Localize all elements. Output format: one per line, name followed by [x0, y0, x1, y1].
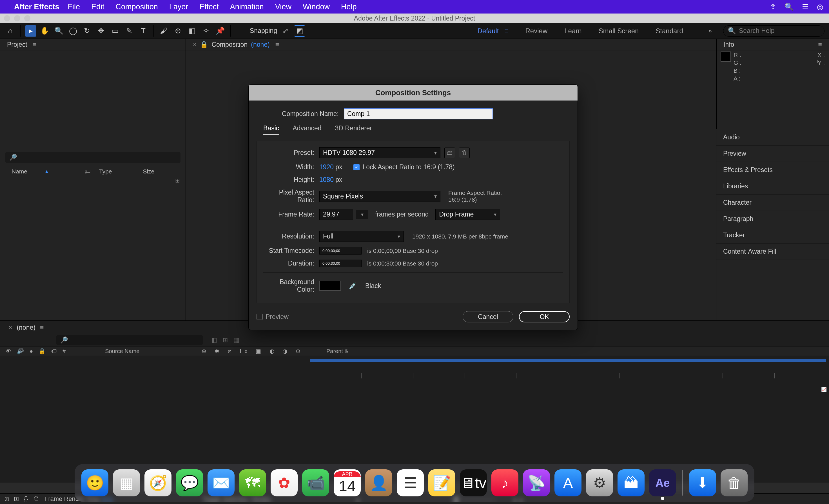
menu-file[interactable]: File: [68, 3, 80, 11]
dock-music-icon[interactable]: ♪: [491, 469, 518, 496]
clone-tool-icon[interactable]: ⊕: [172, 25, 184, 37]
dock-preview-icon[interactable]: 🏔: [617, 469, 645, 496]
timeline-graph-icon[interactable]: 📈: [821, 387, 827, 392]
dock-reminders-icon[interactable]: ☰: [397, 469, 424, 496]
close-icon[interactable]: ×: [193, 41, 196, 48]
timeline-filter2-icon[interactable]: ⊞: [223, 336, 228, 344]
dock-podcasts-icon[interactable]: 📡: [523, 469, 550, 496]
composition-panel-tab[interactable]: × 🔒 Composition (none) ≡: [186, 39, 716, 50]
panbehind-tool-icon[interactable]: ✥: [96, 25, 107, 37]
snapping-checkbox[interactable]: [241, 28, 247, 34]
col-name[interactable]: Name: [11, 168, 27, 175]
info-panel-menu-icon[interactable]: ≡: [818, 41, 822, 48]
search-help-input[interactable]: [739, 27, 820, 35]
par-select[interactable]: Square Pixels ▾: [319, 191, 440, 202]
dock-contacts-icon[interactable]: 👤: [365, 469, 392, 496]
pen-tool-icon[interactable]: ✎: [123, 25, 135, 37]
col-size[interactable]: Size: [143, 168, 154, 175]
dock-messages-icon[interactable]: 💬: [176, 469, 203, 496]
side-effects-presets[interactable]: Effects & Presets: [716, 161, 829, 178]
workspace-review[interactable]: Review: [526, 27, 548, 35]
eraser-tool-icon[interactable]: ◧: [186, 25, 198, 37]
status-icon1[interactable]: ⎚: [5, 495, 9, 503]
tab-advanced[interactable]: Advanced: [293, 124, 321, 135]
menubar-search-icon[interactable]: 🔍: [785, 3, 794, 11]
audio-icon[interactable]: 🔊: [17, 348, 24, 355]
dock-appstore-icon[interactable]: A: [554, 469, 581, 496]
timeline-work-area-bar[interactable]: [310, 359, 826, 362]
timeline-search[interactable]: 🔎: [56, 335, 203, 345]
timeline-ruler[interactable]: [310, 373, 826, 379]
workspace-overflow-icon[interactable]: »: [709, 27, 712, 35]
source-name-col[interactable]: Source Name: [105, 348, 139, 355]
workspace-learn[interactable]: Learn: [564, 27, 581, 35]
side-content-aware-fill[interactable]: Content-Aware Fill: [716, 243, 829, 260]
preview-checkbox[interactable]: [256, 314, 263, 320]
info-panel-tab[interactable]: Info ≡: [717, 39, 829, 50]
lock-icon[interactable]: 🔒: [200, 41, 208, 48]
menu-effect[interactable]: Effect: [200, 3, 219, 11]
num-col[interactable]: #: [63, 348, 66, 355]
dock-aftereffects-icon[interactable]: Ae: [649, 469, 676, 496]
status-icon3[interactable]: {}: [24, 495, 28, 503]
menu-edit[interactable]: Edit: [91, 3, 105, 11]
col-type[interactable]: Type: [99, 168, 112, 175]
dock-calendar-icon[interactable]: APR 14: [334, 469, 361, 496]
side-preview[interactable]: Preview: [716, 145, 829, 161]
cancel-button[interactable]: Cancel: [463, 311, 513, 322]
parent-col[interactable]: Parent &: [326, 348, 348, 355]
side-tracker[interactable]: Tracker: [716, 227, 829, 243]
brush-tool-icon[interactable]: 🖌: [158, 25, 170, 37]
workspace-small-screen[interactable]: Small Screen: [599, 27, 639, 35]
ok-button[interactable]: OK: [519, 311, 570, 322]
framerate-input[interactable]: 29.97: [319, 209, 353, 220]
timeline-filter3-icon[interactable]: ▦: [233, 336, 239, 344]
project-panel-menu-icon[interactable]: ≡: [33, 41, 37, 48]
side-character[interactable]: Character: [716, 194, 829, 211]
save-preset-icon[interactable]: 🗃: [444, 148, 455, 158]
side-libraries[interactable]: Libraries: [716, 178, 829, 194]
menu-view[interactable]: View: [275, 3, 291, 11]
height-value[interactable]: 1080: [319, 176, 334, 184]
timeline-filter1-icon[interactable]: ◧: [211, 336, 217, 344]
dock-photos-icon[interactable]: ✿: [271, 469, 298, 496]
dock-downloads-icon[interactable]: ⬇: [689, 469, 716, 496]
project-panel-tab[interactable]: Project ≡: [0, 39, 186, 50]
switches-cols[interactable]: ⊕ ✱ ⧄ fx ▣ ◐ ◑ ⊙: [202, 348, 304, 355]
resolution-select[interactable]: Full ▾: [319, 231, 404, 242]
menu-layer[interactable]: Layer: [169, 3, 188, 11]
type-tool-icon[interactable]: T: [138, 25, 149, 37]
eye-icon[interactable]: 👁: [6, 348, 11, 355]
framerate-chevron[interactable]: ▾: [356, 210, 368, 219]
status-icon4[interactable]: ⏱: [33, 495, 39, 503]
snap-opt2-icon[interactable]: ◩: [294, 25, 305, 37]
dropframe-select[interactable]: Drop Frame ▾: [435, 209, 500, 220]
menu-window[interactable]: Window: [303, 3, 330, 11]
menubar-siri-icon[interactable]: ◎: [817, 3, 823, 11]
status-icon2[interactable]: ⊞: [14, 495, 19, 503]
search-help-box[interactable]: 🔍: [723, 25, 825, 37]
lock-aspect-checkbox[interactable]: ✓: [353, 164, 360, 170]
traffic-minimize-icon[interactable]: [14, 15, 20, 22]
dock-launchpad-icon[interactable]: ▦: [113, 469, 140, 496]
home-icon[interactable]: ⌂: [4, 25, 16, 37]
flowchart-icon[interactable]: ⊞: [175, 177, 180, 184]
duration-input[interactable]: [319, 260, 362, 267]
start-timecode-input[interactable]: [319, 247, 362, 255]
delete-preset-icon[interactable]: 🗑: [459, 148, 470, 158]
rect-tool-icon[interactable]: ▭: [110, 25, 121, 37]
selection-tool-icon[interactable]: ▸: [25, 25, 36, 37]
preset-select[interactable]: HDTV 1080 29.97 ▾: [319, 147, 440, 158]
dock-maps-icon[interactable]: 🗺: [239, 469, 266, 496]
dock-safari-icon[interactable]: 🧭: [144, 469, 172, 496]
project-search[interactable]: 🔎: [5, 152, 180, 163]
dock-mail-icon[interactable]: ✉️: [208, 469, 235, 496]
bg-color-swatch[interactable]: [319, 281, 341, 291]
side-audio[interactable]: Audio: [716, 129, 829, 145]
width-value[interactable]: 1920: [319, 163, 334, 171]
label-icon[interactable]: 🏷: [51, 348, 57, 355]
side-paragraph[interactable]: Paragraph: [716, 211, 829, 227]
rotate-tool-icon[interactable]: ↻: [81, 25, 93, 37]
dock-facetime-icon[interactable]: 📹: [302, 469, 329, 496]
traffic-close-icon[interactable]: [4, 15, 10, 22]
